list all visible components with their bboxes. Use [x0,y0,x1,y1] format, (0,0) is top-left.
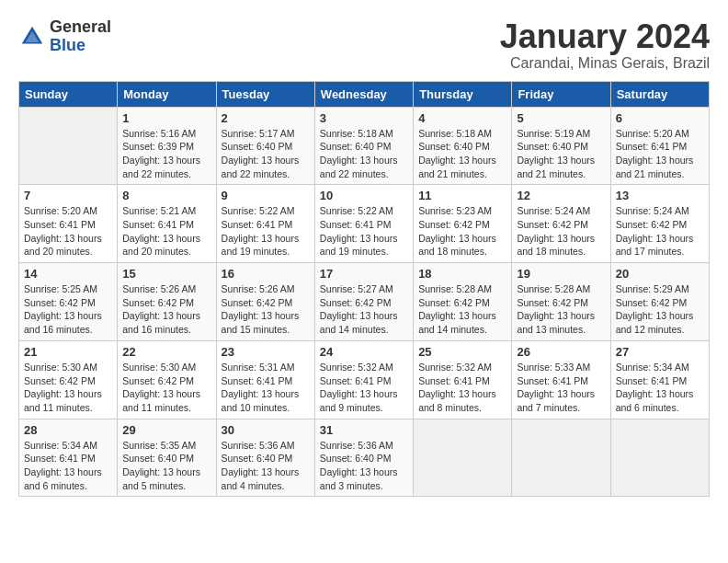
calendar-week-row: 14Sunrise: 5:25 AMSunset: 6:42 PMDayligh… [19,263,710,341]
day-info: Sunrise: 5:24 AMSunset: 6:42 PMDaylight:… [517,204,605,259]
calendar-cell: 2Sunrise: 5:17 AMSunset: 6:40 PMDaylight… [216,107,314,185]
day-info: Sunrise: 5:36 AMSunset: 6:40 PMDaylight:… [222,439,310,493]
day-number: 18 [418,267,506,281]
calendar-cell [414,419,512,497]
day-number: 9 [222,189,310,202]
day-info: Sunrise: 5:23 AMSunset: 6:42 PMDaylight:… [418,204,506,259]
day-info: Sunrise: 5:22 AMSunset: 6:41 PMDaylight:… [222,204,310,259]
day-info: Sunrise: 5:20 AMSunset: 6:41 PMDaylight:… [24,204,112,259]
logo: General Blue [18,18,111,55]
day-number: 29 [122,423,210,437]
day-info: Sunrise: 5:34 AMSunset: 6:41 PMDaylight:… [24,439,112,493]
day-number: 19 [517,267,605,281]
day-number: 6 [616,111,704,125]
calendar-week-row: 1Sunrise: 5:16 AMSunset: 6:39 PMDaylight… [19,107,710,185]
day-info: Sunrise: 5:25 AMSunset: 6:42 PMDaylight:… [24,282,112,337]
day-info: Sunrise: 5:36 AMSunset: 6:40 PMDaylight:… [320,439,408,493]
page-header: General Blue January 2024 Carandai, Mina… [18,18,710,72]
calendar-day-header: Tuesday [216,81,314,107]
calendar-cell: 29Sunrise: 5:35 AMSunset: 6:40 PMDayligh… [118,419,216,497]
calendar-cell: 7Sunrise: 5:20 AMSunset: 6:41 PMDaylight… [19,185,118,263]
calendar-cell: 19Sunrise: 5:28 AMSunset: 6:42 PMDayligh… [512,263,610,341]
day-info: Sunrise: 5:29 AMSunset: 6:42 PMDaylight:… [616,282,704,337]
day-number: 14 [24,267,112,281]
calendar-day-header: Wednesday [314,81,413,107]
calendar-cell: 12Sunrise: 5:24 AMSunset: 6:42 PMDayligh… [512,185,610,263]
month-title: January 2024 [500,18,710,55]
calendar-table: SundayMondayTuesdayWednesdayThursdayFrid… [18,81,710,498]
calendar-cell: 15Sunrise: 5:26 AMSunset: 6:42 PMDayligh… [118,263,216,341]
title-area: January 2024 Carandai, Minas Gerais, Bra… [500,18,710,72]
day-info: Sunrise: 5:21 AMSunset: 6:41 PMDaylight:… [122,204,210,259]
day-number: 22 [122,345,210,359]
calendar-week-row: 21Sunrise: 5:30 AMSunset: 6:42 PMDayligh… [19,340,710,419]
calendar-cell: 1Sunrise: 5:16 AMSunset: 6:39 PMDaylight… [118,107,216,185]
calendar-cell [512,419,610,497]
day-info: Sunrise: 5:32 AMSunset: 6:41 PMDaylight:… [418,361,506,415]
location-title: Carandai, Minas Gerais, Brazil [500,55,710,72]
day-number: 27 [616,345,704,359]
day-number: 28 [24,423,112,437]
calendar-week-row: 28Sunrise: 5:34 AMSunset: 6:41 PMDayligh… [19,419,710,497]
day-number: 31 [320,423,408,437]
day-info: Sunrise: 5:17 AMSunset: 6:40 PMDaylight:… [222,127,310,181]
calendar-cell: 25Sunrise: 5:32 AMSunset: 6:41 PMDayligh… [414,340,512,419]
day-number: 23 [222,345,310,359]
day-info: Sunrise: 5:24 AMSunset: 6:42 PMDaylight:… [616,204,704,259]
calendar-week-row: 7Sunrise: 5:20 AMSunset: 6:41 PMDaylight… [19,185,710,263]
calendar-cell: 22Sunrise: 5:30 AMSunset: 6:42 PMDayligh… [118,340,216,419]
calendar-cell: 21Sunrise: 5:30 AMSunset: 6:42 PMDayligh… [19,340,118,419]
day-info: Sunrise: 5:18 AMSunset: 6:40 PMDaylight:… [320,127,408,181]
day-number: 3 [320,111,408,125]
day-info: Sunrise: 5:27 AMSunset: 6:42 PMDaylight:… [320,282,408,337]
calendar-cell: 10Sunrise: 5:22 AMSunset: 6:41 PMDayligh… [314,185,413,263]
day-info: Sunrise: 5:31 AMSunset: 6:41 PMDaylight:… [222,361,310,415]
day-number: 17 [320,267,408,281]
day-number: 7 [24,189,112,202]
calendar-cell: 6Sunrise: 5:20 AMSunset: 6:41 PMDaylight… [610,107,709,185]
day-number: 30 [222,423,310,437]
calendar-cell: 23Sunrise: 5:31 AMSunset: 6:41 PMDayligh… [216,340,314,419]
day-number: 24 [320,345,408,359]
calendar-cell: 17Sunrise: 5:27 AMSunset: 6:42 PMDayligh… [314,263,413,341]
calendar-cell: 3Sunrise: 5:18 AMSunset: 6:40 PMDaylight… [314,107,413,185]
calendar-cell: 5Sunrise: 5:19 AMSunset: 6:40 PMDaylight… [512,107,610,185]
logo-icon [18,23,46,51]
calendar-cell: 14Sunrise: 5:25 AMSunset: 6:42 PMDayligh… [19,263,118,341]
calendar-cell: 30Sunrise: 5:36 AMSunset: 6:40 PMDayligh… [216,419,314,497]
calendar-day-header: Sunday [19,81,118,107]
day-info: Sunrise: 5:30 AMSunset: 6:42 PMDaylight:… [122,361,210,415]
calendar-cell: 28Sunrise: 5:34 AMSunset: 6:41 PMDayligh… [19,419,118,497]
day-info: Sunrise: 5:22 AMSunset: 6:41 PMDaylight:… [320,204,408,259]
day-info: Sunrise: 5:33 AMSunset: 6:41 PMDaylight:… [517,361,605,415]
day-info: Sunrise: 5:18 AMSunset: 6:40 PMDaylight:… [418,127,506,181]
calendar-cell: 24Sunrise: 5:32 AMSunset: 6:41 PMDayligh… [314,340,413,419]
calendar-cell [610,419,709,497]
day-number: 13 [616,189,704,202]
day-info: Sunrise: 5:28 AMSunset: 6:42 PMDaylight:… [418,282,506,337]
day-number: 21 [24,345,112,359]
calendar-cell: 20Sunrise: 5:29 AMSunset: 6:42 PMDayligh… [610,263,709,341]
calendar-day-header: Friday [512,81,610,107]
day-info: Sunrise: 5:28 AMSunset: 6:42 PMDaylight:… [517,282,605,337]
day-info: Sunrise: 5:16 AMSunset: 6:39 PMDaylight:… [122,127,210,181]
calendar-day-header: Saturday [610,81,709,107]
calendar-cell: 9Sunrise: 5:22 AMSunset: 6:41 PMDaylight… [216,185,314,263]
day-number: 2 [222,111,310,125]
calendar-cell: 16Sunrise: 5:26 AMSunset: 6:42 PMDayligh… [216,263,314,341]
day-number: 25 [418,345,506,359]
day-number: 26 [517,345,605,359]
calendar-cell: 13Sunrise: 5:24 AMSunset: 6:42 PMDayligh… [610,185,709,263]
day-number: 15 [122,267,210,281]
day-number: 11 [418,189,506,202]
day-number: 4 [418,111,506,125]
day-info: Sunrise: 5:34 AMSunset: 6:41 PMDaylight:… [616,361,704,415]
calendar-cell: 8Sunrise: 5:21 AMSunset: 6:41 PMDaylight… [118,185,216,263]
day-info: Sunrise: 5:19 AMSunset: 6:40 PMDaylight:… [517,127,605,181]
day-number: 20 [616,267,704,281]
day-number: 1 [122,111,210,125]
calendar-body: 1Sunrise: 5:16 AMSunset: 6:39 PMDaylight… [19,107,710,497]
day-info: Sunrise: 5:32 AMSunset: 6:41 PMDaylight:… [320,361,408,415]
calendar-header-row: SundayMondayTuesdayWednesdayThursdayFrid… [19,81,710,107]
day-number: 16 [222,267,310,281]
